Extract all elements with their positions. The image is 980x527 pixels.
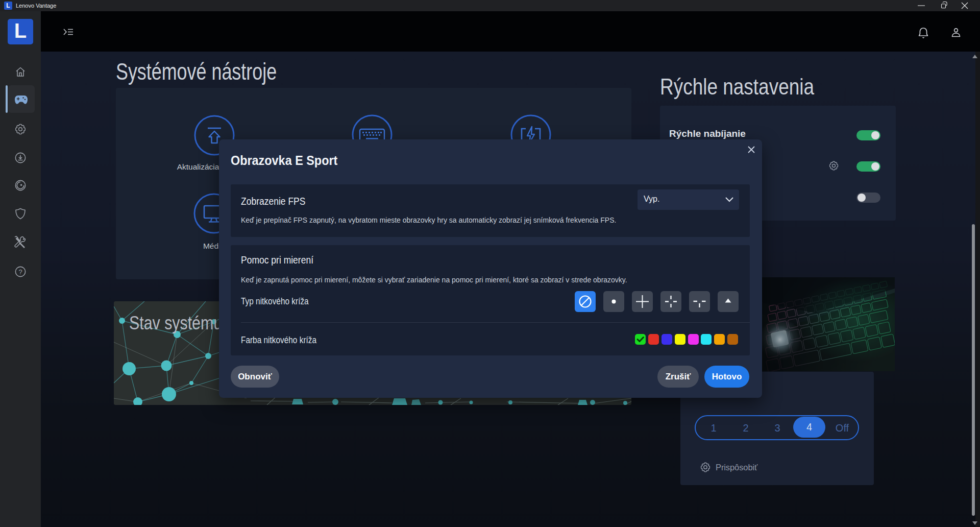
svg-text:?: ? [18,268,22,276]
